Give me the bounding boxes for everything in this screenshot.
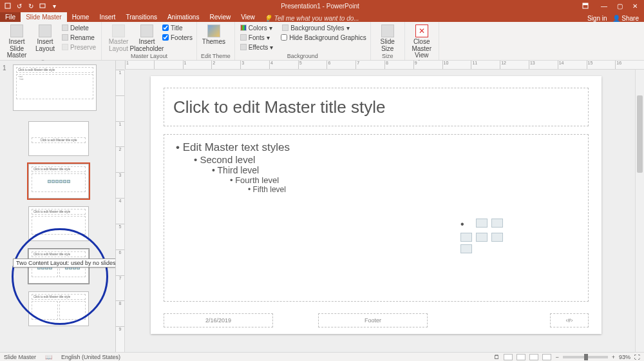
- qat-customize-icon[interactable]: ▾: [50, 2, 58, 10]
- tab-animations[interactable]: Animations: [162, 12, 204, 22]
- slide-size-button[interactable]: Slide Size: [375, 23, 401, 52]
- group-close: ✕ Close Master View Close: [405, 22, 439, 60]
- signin-link[interactable]: Sign in: [587, 15, 607, 22]
- insert-smartart-icon[interactable]: [460, 233, 472, 242]
- effects-button[interactable]: Effects ▾: [239, 43, 274, 52]
- group-edit-master: Insert Slide Master Insert Layout Delete…: [0, 22, 102, 60]
- bgstyles-button[interactable]: Background Styles ▾: [281, 23, 366, 32]
- tab-slide-master[interactable]: Slide Master: [21, 12, 67, 22]
- ruler-tick: 1: [183, 61, 212, 70]
- delete-button[interactable]: Delete: [61, 23, 97, 32]
- thumb-layout-1[interactable]: Click to edit Master title style: [28, 121, 89, 156]
- zoom-slider[interactable]: [563, 356, 608, 358]
- tab-home[interactable]: Home: [67, 12, 95, 22]
- status-language[interactable]: English (United States): [61, 354, 120, 360]
- group-size: Slide Size Size: [371, 22, 405, 60]
- insert-video-icon[interactable]: [460, 244, 472, 253]
- titlebar: ↺ ↻ ▾ Presentation1 - PowerPoint — ▢ ✕: [0, 0, 644, 12]
- zoom-in-button[interactable]: +: [612, 354, 615, 360]
- ruler-tick: 2: [116, 146, 124, 172]
- reading-view-button[interactable]: [529, 354, 538, 360]
- thumbnail-panel[interactable]: 1 Click to edit Master title style • tex…: [0, 61, 116, 352]
- slideshow-view-button[interactable]: [542, 354, 551, 360]
- fonts-button[interactable]: Fonts ▾: [239, 33, 274, 42]
- title-placeholder[interactable]: Click to edit Master title style: [164, 88, 589, 126]
- date-placeholder[interactable]: 2/16/2019: [164, 313, 273, 327]
- thumb-layout-2[interactable]: Click to edit Master title style: [28, 164, 89, 199]
- spellcheck-icon[interactable]: 📖: [45, 354, 52, 360]
- thumb-layout-2-body: [32, 173, 86, 192]
- maximize-button[interactable]: ▢: [613, 3, 626, 10]
- hidebg-label: Hide Background Graphics: [289, 34, 366, 41]
- vertical-scrollbar[interactable]: [635, 70, 644, 352]
- insert-layout-button[interactable]: Insert Layout: [32, 23, 58, 52]
- slidenum-placeholder[interactable]: ‹#›: [550, 313, 589, 327]
- undo-icon[interactable]: ↺: [15, 2, 23, 10]
- content-icon-palette[interactable]: [460, 219, 504, 253]
- share-button[interactable]: 👤 Share: [612, 15, 639, 22]
- thumb-tooltip: Two Content Layout: used by no slides: [13, 259, 116, 268]
- tell-me[interactable]: 💡 Tell me what you want to do...: [260, 15, 359, 22]
- ruler-tick: 16: [615, 61, 644, 70]
- ruler-tick: 3: [116, 172, 124, 198]
- group-label-edit-theme: Edit Theme: [201, 53, 231, 60]
- thumb-master-body: • text • text: [16, 74, 93, 99]
- close-button[interactable]: ✕: [629, 3, 641, 10]
- body-placeholder[interactable]: Edit Master text styles Second level Thi…: [164, 134, 589, 302]
- minimize-button[interactable]: —: [598, 3, 611, 10]
- ruler-tick: 7: [116, 275, 124, 301]
- tab-file[interactable]: File: [0, 12, 21, 22]
- insert-picture-icon[interactable]: [476, 233, 488, 242]
- group-label-size: Size: [375, 53, 401, 60]
- tab-insert[interactable]: Insert: [94, 12, 120, 22]
- thumb-layout-3[interactable]: Click to edit Master title style: [28, 206, 89, 241]
- insert-placeholder-button[interactable]: Insert Placeholder: [134, 23, 160, 52]
- themes-button[interactable]: Themes: [201, 23, 227, 46]
- scroll-thumb[interactable]: [637, 95, 643, 173]
- tab-view[interactable]: View: [236, 12, 260, 22]
- slide[interactable]: Click to edit Master title style Edit Ma…: [151, 76, 601, 334]
- fit-to-window-button[interactable]: ⛶: [634, 354, 640, 360]
- close-master-view-button[interactable]: ✕ Close Master View: [409, 23, 435, 59]
- workspace: 1 Click to edit Master title style • tex…: [0, 61, 644, 352]
- status-mode: Slide Master: [4, 354, 36, 360]
- zoom-out-button[interactable]: −: [555, 354, 558, 360]
- start-slideshow-icon[interactable]: [39, 2, 46, 10]
- hidebg-checkbox[interactable]: Hide Background Graphics: [281, 33, 366, 42]
- ribbon-options-icon[interactable]: [582, 3, 595, 10]
- thumb-master[interactable]: Click to edit Master title style • text …: [13, 64, 97, 111]
- colors-button[interactable]: Colors ▾: [239, 23, 274, 32]
- zoom-knob[interactable]: [584, 354, 588, 360]
- normal-view-button[interactable]: [504, 354, 513, 360]
- insert-chart-icon[interactable]: [491, 219, 503, 228]
- preserve-icon: [62, 44, 68, 50]
- effects-icon: [240, 44, 247, 50]
- thumb-layout-5[interactable]: Click to edit Master title style: [28, 291, 89, 326]
- date-text: 2/16/2019: [205, 317, 231, 324]
- title-checkbox[interactable]: Title: [162, 23, 193, 32]
- preserve-button[interactable]: Preserve: [61, 43, 97, 52]
- notes-button[interactable]: 🗒: [494, 354, 500, 360]
- insert-table-icon[interactable]: [476, 219, 488, 228]
- zoom-level[interactable]: 93%: [619, 354, 630, 360]
- colors-label: Colors: [249, 24, 267, 32]
- insert-slide-master-button[interactable]: Insert Slide Master: [4, 23, 30, 59]
- title-placeholder-text: Click to edit Master title style: [173, 97, 385, 117]
- tab-review[interactable]: Review: [204, 12, 236, 22]
- group-edit-theme: Themes Edit Theme: [197, 22, 235, 60]
- ruler-tick: 7: [355, 61, 384, 70]
- tab-transitions[interactable]: Transitions: [120, 12, 162, 22]
- rename-button[interactable]: Rename: [61, 33, 97, 42]
- footer-placeholder[interactable]: Footer: [318, 313, 428, 327]
- sorter-view-button[interactable]: [516, 354, 526, 360]
- delete-label: Delete: [70, 24, 89, 32]
- redo-icon[interactable]: ↻: [27, 2, 35, 10]
- insert-online-picture-icon[interactable]: [491, 233, 503, 242]
- save-icon[interactable]: [4, 2, 12, 10]
- ruler-horizontal[interactable]: 112345678910111213141516: [125, 61, 644, 70]
- ruler-tick: 4: [116, 198, 124, 224]
- ruler-vertical[interactable]: 1123456789: [116, 70, 125, 352]
- slide-canvas[interactable]: Click to edit Master title style Edit Ma…: [125, 70, 644, 352]
- ruler-tick: 9: [116, 326, 124, 352]
- footers-checkbox[interactable]: Footers: [162, 33, 193, 42]
